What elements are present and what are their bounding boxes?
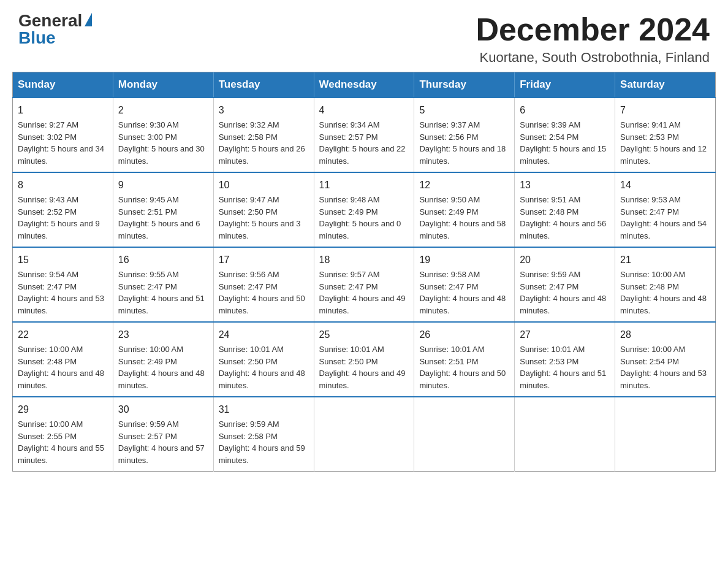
day-number: 4	[319, 103, 409, 118]
day-number: 20	[520, 253, 610, 267]
day-number: 11	[319, 178, 409, 193]
calendar-cell: 11Sunrise: 9:48 AMSunset: 2:49 PMDayligh…	[314, 172, 414, 247]
week-row-1: 1Sunrise: 9:27 AMSunset: 3:02 PMDaylight…	[13, 98, 716, 172]
day-info: Sunrise: 9:50 AMSunset: 2:49 PMDaylight:…	[419, 195, 506, 240]
calendar-cell: 23Sunrise: 10:00 AMSunset: 2:49 PMDaylig…	[113, 322, 213, 397]
calendar-header: SundayMondayTuesdayWednesdayThursdayFrid…	[13, 72, 716, 98]
day-info: Sunrise: 9:30 AMSunset: 3:00 PMDaylight:…	[118, 120, 205, 166]
calendar-cell: 25Sunrise: 10:01 AMSunset: 2:50 PMDaylig…	[314, 322, 414, 397]
weekday-header-saturday: Saturday	[615, 72, 716, 98]
calendar-cell: 8Sunrise: 9:43 AMSunset: 2:52 PMDaylight…	[13, 172, 113, 247]
day-number: 13	[520, 178, 610, 193]
day-number: 28	[620, 327, 710, 342]
day-number: 22	[18, 327, 108, 342]
calendar-cell: 4Sunrise: 9:34 AMSunset: 2:57 PMDaylight…	[314, 98, 414, 172]
day-info: Sunrise: 9:53 AMSunset: 2:47 PMDaylight:…	[620, 195, 707, 240]
day-info: Sunrise: 9:41 AMSunset: 2:53 PMDaylight:…	[620, 120, 707, 166]
day-number: 12	[419, 178, 509, 193]
day-number: 2	[118, 103, 208, 118]
day-info: Sunrise: 10:00 AMSunset: 2:49 PMDaylight…	[118, 345, 205, 390]
day-info: Sunrise: 9:45 AMSunset: 2:51 PMDaylight:…	[118, 195, 200, 240]
logo: General Blue	[18, 12, 92, 47]
day-info: Sunrise: 9:59 AMSunset: 2:58 PMDaylight:…	[219, 419, 305, 465]
day-info: Sunrise: 9:58 AMSunset: 2:47 PMDaylight:…	[419, 270, 506, 315]
day-info: Sunrise: 10:01 AMSunset: 2:51 PMDaylight…	[419, 345, 506, 390]
calendar-cell: 31Sunrise: 9:59 AMSunset: 2:58 PMDayligh…	[213, 397, 314, 472]
day-info: Sunrise: 9:34 AMSunset: 2:57 PMDaylight:…	[319, 120, 406, 166]
day-info: Sunrise: 9:57 AMSunset: 2:47 PMDaylight:…	[319, 270, 406, 315]
calendar-cell: 10Sunrise: 9:47 AMSunset: 2:50 PMDayligh…	[213, 172, 314, 247]
day-number: 21	[620, 253, 710, 267]
week-row-5: 29Sunrise: 10:00 AMSunset: 2:55 PMDaylig…	[13, 397, 716, 472]
calendar-cell: 30Sunrise: 9:59 AMSunset: 2:57 PMDayligh…	[113, 397, 213, 472]
calendar-cell: 1Sunrise: 9:27 AMSunset: 3:02 PMDaylight…	[13, 98, 113, 172]
day-info: Sunrise: 9:59 AMSunset: 2:57 PMDaylight:…	[118, 419, 205, 465]
day-info: Sunrise: 10:00 AMSunset: 2:48 PMDaylight…	[620, 270, 707, 315]
day-info: Sunrise: 9:39 AMSunset: 2:54 PMDaylight:…	[520, 120, 606, 166]
calendar-cell: 17Sunrise: 9:56 AMSunset: 2:47 PMDayligh…	[213, 247, 314, 322]
day-number: 6	[520, 103, 610, 118]
day-info: Sunrise: 10:00 AMSunset: 2:48 PMDaylight…	[18, 345, 104, 390]
calendar-cell: 2Sunrise: 9:30 AMSunset: 3:00 PMDaylight…	[113, 98, 213, 172]
day-number: 25	[319, 327, 409, 342]
logo-general-text: General	[18, 12, 82, 29]
day-number: 24	[219, 327, 309, 342]
day-number: 18	[319, 253, 409, 267]
calendar-cell: 13Sunrise: 9:51 AMSunset: 2:48 PMDayligh…	[515, 172, 615, 247]
day-info: Sunrise: 10:01 AMSunset: 2:50 PMDaylight…	[319, 345, 406, 390]
location-subtitle: Kuortane, South Ostrobothnia, Finland	[476, 50, 710, 66]
week-row-3: 15Sunrise: 9:54 AMSunset: 2:47 PMDayligh…	[13, 247, 716, 322]
day-number: 16	[118, 253, 208, 267]
day-info: Sunrise: 10:00 AMSunset: 2:54 PMDaylight…	[620, 345, 707, 390]
calendar-cell	[414, 397, 515, 472]
month-title: December 2024	[476, 12, 710, 47]
calendar-cell	[314, 397, 414, 472]
day-number: 9	[118, 178, 208, 193]
day-info: Sunrise: 10:01 AMSunset: 2:50 PMDaylight…	[219, 345, 305, 390]
day-number: 15	[18, 253, 108, 267]
weekday-header-wednesday: Wednesday	[314, 72, 414, 98]
calendar-cell: 20Sunrise: 9:59 AMSunset: 2:47 PMDayligh…	[515, 247, 615, 322]
calendar-cell: 26Sunrise: 10:01 AMSunset: 2:51 PMDaylig…	[414, 322, 515, 397]
calendar-cell	[615, 397, 716, 472]
calendar-cell: 15Sunrise: 9:54 AMSunset: 2:47 PMDayligh…	[13, 247, 113, 322]
calendar-cell: 9Sunrise: 9:45 AMSunset: 2:51 PMDaylight…	[113, 172, 213, 247]
day-number: 17	[219, 253, 309, 267]
weekday-header-tuesday: Tuesday	[213, 72, 314, 98]
calendar-cell: 3Sunrise: 9:32 AMSunset: 2:58 PMDaylight…	[213, 98, 314, 172]
day-number: 14	[620, 178, 710, 193]
weekday-header-thursday: Thursday	[414, 72, 515, 98]
calendar-cell: 27Sunrise: 10:01 AMSunset: 2:53 PMDaylig…	[515, 322, 615, 397]
week-row-2: 8Sunrise: 9:43 AMSunset: 2:52 PMDaylight…	[13, 172, 716, 247]
calendar-cell: 7Sunrise: 9:41 AMSunset: 2:53 PMDaylight…	[615, 98, 716, 172]
day-number: 31	[219, 402, 309, 417]
day-number: 5	[419, 103, 509, 118]
calendar-body: 1Sunrise: 9:27 AMSunset: 3:02 PMDaylight…	[13, 98, 716, 472]
calendar-cell: 14Sunrise: 9:53 AMSunset: 2:47 PMDayligh…	[615, 172, 716, 247]
day-info: Sunrise: 9:47 AMSunset: 2:50 PMDaylight:…	[219, 195, 301, 240]
calendar-cell	[515, 397, 615, 472]
day-info: Sunrise: 9:55 AMSunset: 2:47 PMDaylight:…	[118, 270, 205, 315]
day-info: Sunrise: 10:01 AMSunset: 2:53 PMDaylight…	[520, 345, 606, 390]
day-number: 23	[118, 327, 208, 342]
day-number: 10	[219, 178, 309, 193]
day-number: 3	[219, 103, 309, 118]
logo-triangle-icon	[85, 13, 92, 26]
calendar-wrapper: SundayMondayTuesdayWednesdayThursdayFrid…	[0, 72, 728, 484]
day-number: 19	[419, 253, 509, 267]
day-number: 27	[520, 327, 610, 342]
week-row-4: 22Sunrise: 10:00 AMSunset: 2:48 PMDaylig…	[13, 322, 716, 397]
weekday-header-monday: Monday	[113, 72, 213, 98]
day-number: 1	[18, 103, 108, 118]
calendar-cell: 5Sunrise: 9:37 AMSunset: 2:56 PMDaylight…	[414, 98, 515, 172]
day-number: 26	[419, 327, 509, 342]
day-info: Sunrise: 9:27 AMSunset: 3:02 PMDaylight:…	[18, 120, 104, 166]
day-info: Sunrise: 9:37 AMSunset: 2:56 PMDaylight:…	[419, 120, 506, 166]
weekday-header-row: SundayMondayTuesdayWednesdayThursdayFrid…	[13, 72, 716, 98]
calendar-cell: 6Sunrise: 9:39 AMSunset: 2:54 PMDaylight…	[515, 98, 615, 172]
weekday-header-friday: Friday	[515, 72, 615, 98]
logo-blue-text: Blue	[18, 29, 56, 47]
calendar-cell: 28Sunrise: 10:00 AMSunset: 2:54 PMDaylig…	[615, 322, 716, 397]
calendar-cell: 19Sunrise: 9:58 AMSunset: 2:47 PMDayligh…	[414, 247, 515, 322]
calendar-cell: 22Sunrise: 10:00 AMSunset: 2:48 PMDaylig…	[13, 322, 113, 397]
